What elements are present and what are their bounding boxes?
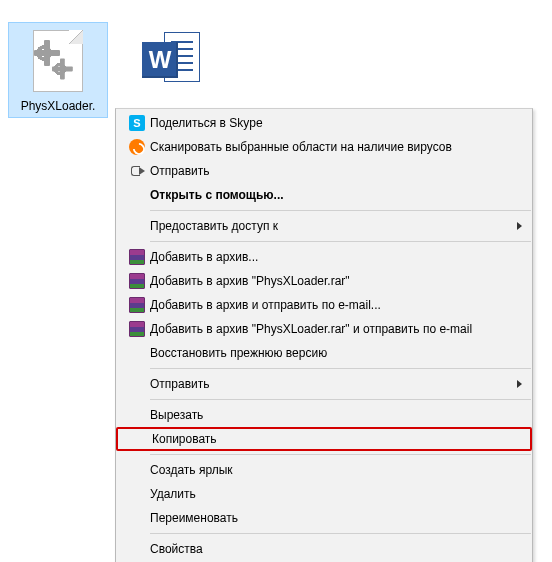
menu-item-label: Переименовать bbox=[150, 511, 512, 525]
menu-item-label: Создать ярлык bbox=[150, 463, 512, 477]
skype-icon bbox=[129, 115, 145, 131]
menu-item-properties[interactable]: Свойства bbox=[116, 537, 532, 561]
share-icon bbox=[129, 163, 145, 179]
context-menu: Поделиться в SkypeСканировать выбранные … bbox=[115, 108, 533, 562]
dll-file-icon bbox=[26, 29, 90, 93]
menu-item-rar-add[interactable]: Добавить в архив... bbox=[116, 245, 532, 269]
menu-separator bbox=[150, 399, 531, 400]
menu-item-share-skype[interactable]: Поделиться в Skype bbox=[116, 111, 532, 135]
menu-separator bbox=[150, 368, 531, 369]
winrar-icon bbox=[129, 273, 145, 289]
menu-item-label: Открыть с помощью... bbox=[150, 188, 512, 202]
menu-item-label: Добавить в архив... bbox=[150, 250, 512, 264]
menu-item-open-with[interactable]: Открыть с помощью... bbox=[116, 183, 532, 207]
menu-item-delete[interactable]: Удалить bbox=[116, 482, 532, 506]
file-physxloader[interactable]: PhysXLoader. bbox=[8, 22, 108, 118]
menu-item-shortcut[interactable]: Создать ярлык bbox=[116, 458, 532, 482]
menu-item-rar-email[interactable]: Добавить в архив и отправить по e-mail..… bbox=[116, 293, 532, 317]
menu-item-cut[interactable]: Вырезать bbox=[116, 403, 532, 427]
desktop: PhysXLoader. W Поделиться в SkypeСканиро… bbox=[0, 0, 552, 562]
menu-separator bbox=[150, 533, 531, 534]
menu-item-label: Копировать bbox=[152, 432, 510, 446]
menu-item-label: Восстановить прежнюю версию bbox=[150, 346, 512, 360]
word-document-icon: W bbox=[140, 28, 204, 92]
menu-item-label: Свойства bbox=[150, 542, 512, 556]
menu-item-label: Добавить в архив "PhysXLoader.rar" и отп… bbox=[150, 322, 512, 336]
winrar-icon bbox=[129, 297, 145, 313]
menu-item-scan-virus[interactable]: Сканировать выбранные области на наличие… bbox=[116, 135, 532, 159]
submenu-arrow-icon bbox=[517, 222, 522, 230]
menu-item-label: Вырезать bbox=[150, 408, 512, 422]
file-word-doc[interactable]: W bbox=[122, 22, 222, 102]
menu-item-rename[interactable]: Переименовать bbox=[116, 506, 532, 530]
avast-icon bbox=[129, 139, 145, 155]
menu-item-label: Добавить в архив и отправить по e-mail..… bbox=[150, 298, 512, 312]
menu-separator bbox=[150, 210, 531, 211]
menu-separator bbox=[150, 241, 531, 242]
submenu-arrow-icon bbox=[517, 380, 522, 388]
menu-item-restore-prev[interactable]: Восстановить прежнюю версию bbox=[116, 341, 532, 365]
menu-item-copy[interactable]: Копировать bbox=[116, 427, 532, 451]
winrar-icon bbox=[129, 249, 145, 265]
menu-item-label: Добавить в архив "PhysXLoader.rar" bbox=[150, 274, 512, 288]
menu-item-label: Отправить bbox=[150, 377, 512, 391]
menu-item-label: Предоставить доступ к bbox=[150, 219, 512, 233]
menu-item-rar-name-email[interactable]: Добавить в архив "PhysXLoader.rar" и отп… bbox=[116, 317, 532, 341]
menu-item-grant-access[interactable]: Предоставить доступ к bbox=[116, 214, 532, 238]
menu-item-label: Отправить bbox=[150, 164, 512, 178]
menu-item-rar-add-name[interactable]: Добавить в архив "PhysXLoader.rar" bbox=[116, 269, 532, 293]
menu-separator bbox=[150, 454, 531, 455]
menu-item-label: Сканировать выбранные области на наличие… bbox=[150, 140, 512, 154]
menu-item-label: Поделиться в Skype bbox=[150, 116, 512, 130]
menu-item-send-to[interactable]: Отправить bbox=[116, 372, 532, 396]
file-label: PhysXLoader. bbox=[11, 99, 105, 113]
menu-item-send[interactable]: Отправить bbox=[116, 159, 532, 183]
winrar-icon bbox=[129, 321, 145, 337]
menu-item-label: Удалить bbox=[150, 487, 512, 501]
